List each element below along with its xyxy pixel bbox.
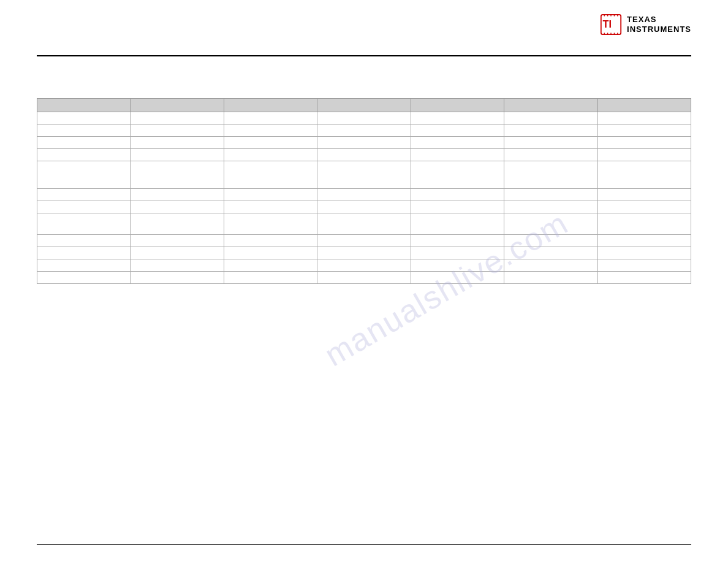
cell: [131, 149, 224, 161]
cell: [224, 272, 317, 284]
cell: [317, 259, 411, 272]
cell: [504, 247, 597, 259]
col-header-6: [504, 99, 597, 112]
cell: [411, 149, 504, 161]
cell: [504, 272, 597, 284]
cell: [411, 112, 504, 124]
cell: [411, 137, 504, 149]
cell: [224, 112, 317, 124]
table-row: [37, 161, 691, 189]
cell: [597, 213, 691, 235]
table-row: [37, 201, 691, 213]
cell: [504, 161, 597, 189]
cell: [411, 259, 504, 272]
cell: [37, 247, 131, 259]
cell: [37, 149, 131, 161]
cell: [597, 259, 691, 272]
cell: [317, 213, 411, 235]
cell: [504, 235, 597, 247]
cell: [131, 213, 224, 235]
cell: [131, 201, 224, 213]
cell: [504, 189, 597, 201]
cell: [37, 213, 131, 235]
cell: [597, 235, 691, 247]
main-content: [37, 67, 691, 532]
cell: [597, 189, 691, 201]
cell: [37, 112, 131, 124]
table-row: [37, 112, 691, 124]
cell: [317, 235, 411, 247]
cell: [224, 201, 317, 213]
table-row: [37, 247, 691, 259]
cell: [131, 272, 224, 284]
cell: [37, 161, 131, 189]
cell: [224, 247, 317, 259]
cell: [411, 247, 504, 259]
cell: [37, 235, 131, 247]
cell: [317, 112, 411, 124]
cell: [411, 213, 504, 235]
cell: [411, 161, 504, 189]
cell: [597, 112, 691, 124]
cell: [224, 189, 317, 201]
svg-text:TI: TI: [603, 18, 612, 29]
cell: [131, 259, 224, 272]
col-header-3: [224, 99, 317, 112]
table-row: [37, 149, 691, 161]
table-row: [37, 124, 691, 137]
cell: [317, 189, 411, 201]
cell: [37, 201, 131, 213]
cell: [317, 272, 411, 284]
table-row: [37, 235, 691, 247]
cell: [37, 124, 131, 137]
cell: [504, 149, 597, 161]
cell: [597, 124, 691, 137]
cell: [597, 247, 691, 259]
cell: [504, 137, 597, 149]
cell: [224, 124, 317, 137]
col-header-5: [411, 99, 504, 112]
cell: [37, 259, 131, 272]
cell: [411, 272, 504, 284]
cell: [597, 272, 691, 284]
cell: [597, 201, 691, 213]
cell: [224, 161, 317, 189]
cell: [224, 259, 317, 272]
cell: [504, 213, 597, 235]
cell: [597, 149, 691, 161]
ti-texas-label: TEXAS: [627, 15, 691, 25]
cell: [131, 124, 224, 137]
ti-logo-text: TEXAS INSTRUMENTS: [627, 15, 691, 34]
ti-instruments-label: INSTRUMENTS: [627, 25, 691, 34]
cell: [411, 201, 504, 213]
cell: [317, 247, 411, 259]
ti-logo: TI TEXAS INSTRUMENTS: [600, 13, 691, 36]
col-header-7: [597, 99, 691, 112]
cell: [597, 161, 691, 189]
data-table: [37, 98, 691, 284]
cell: [37, 189, 131, 201]
cell: [317, 161, 411, 189]
cell: [317, 201, 411, 213]
table-row: [37, 259, 691, 272]
cell: [131, 235, 224, 247]
cell: [131, 247, 224, 259]
page-header: TI TEXAS INSTRUMENTS: [0, 0, 728, 49]
cell: [411, 235, 504, 247]
cell: [131, 161, 224, 189]
col-header-4: [317, 99, 411, 112]
cell: [37, 137, 131, 149]
cell: [504, 124, 597, 137]
bottom-divider: [37, 544, 691, 545]
cell: [504, 112, 597, 124]
table-row: [37, 137, 691, 149]
cell: [411, 124, 504, 137]
cell: [224, 137, 317, 149]
cell: [224, 213, 317, 235]
cell: [504, 201, 597, 213]
col-header-2: [131, 99, 224, 112]
cell: [504, 259, 597, 272]
col-header-1: [37, 99, 131, 112]
top-divider: [37, 55, 691, 56]
ti-logo-icon: TI: [600, 13, 622, 36]
